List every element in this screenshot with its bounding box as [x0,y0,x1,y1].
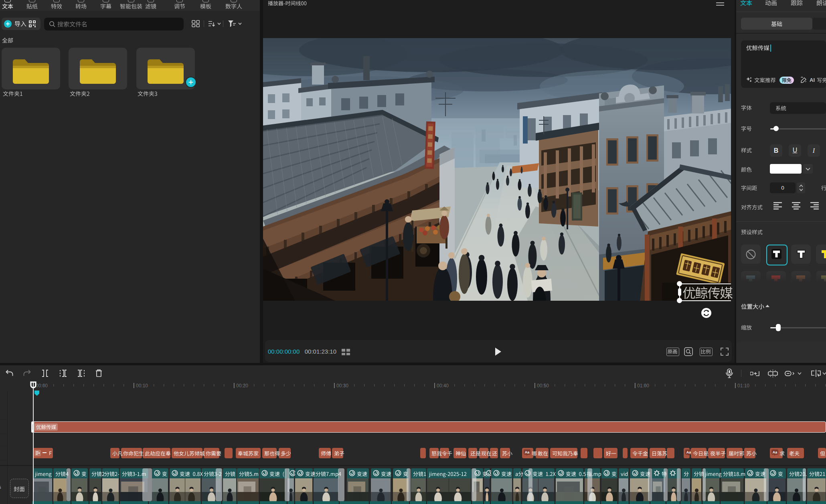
svg-text:00:30: 00:30 [336,383,348,389]
svg-text:00:10: 00:10 [136,383,148,389]
svg-text:Aa: Aa [773,450,777,454]
svg-text:00:40: 00:40 [437,383,449,389]
svg-text:00:00: 00:00 [36,383,48,389]
svg-text:01:00: 01:00 [637,383,649,389]
svg-text:00:50: 00:50 [537,383,549,389]
svg-text:00:20: 00:20 [236,383,248,389]
svg-text:01:10: 01:10 [737,383,749,389]
svg-text:Aa: Aa [525,450,530,454]
